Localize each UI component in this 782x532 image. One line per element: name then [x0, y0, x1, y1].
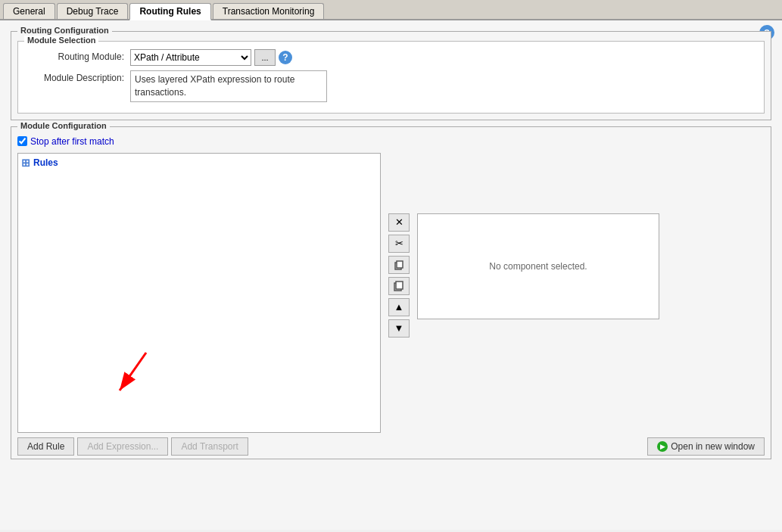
rules-tree-header: ⊞ Rules — [21, 157, 377, 169]
routing-module-row: Routing Module: XPath / Attribute ... ? — [24, 49, 758, 66]
copy-icon — [394, 260, 404, 270]
module-config-title: Module Configuration — [17, 121, 110, 130]
open-window-icon: ▶ — [657, 441, 668, 452]
move-up-button[interactable]: ▲ — [388, 298, 410, 316]
stop-after-first-match-row: Stop after first match — [17, 136, 765, 147]
rules-tree-box[interactable]: ⊞ Rules — [17, 153, 381, 433]
module-help-icon[interactable]: ? — [279, 51, 292, 64]
module-description-label: Module Description: — [24, 70, 130, 83]
module-config-section: Module Configuration Stop after first ma… — [11, 126, 771, 459]
routing-config-section: Routing Configuration Module Selection R… — [11, 31, 771, 120]
main-content: ? Routing Configuration Module Selection… — [0, 20, 782, 530]
copy-button[interactable] — [388, 256, 410, 274]
rules-label: Rules — [33, 157, 58, 168]
tab-bar: General Debug Trace Routing Rules Transa… — [0, 0, 782, 20]
module-selection-title: Module Selection — [24, 36, 98, 45]
stop-after-first-match-checkbox[interactable] — [17, 136, 27, 146]
module-selection-section: Module Selection Routing Module: XPath /… — [17, 41, 765, 114]
routing-module-controls: XPath / Attribute ... ? — [130, 49, 292, 66]
delete-button[interactable]: ✕ — [388, 213, 410, 232]
browse-button[interactable]: ... — [254, 49, 276, 66]
add-transport-button[interactable]: Add Transport — [171, 437, 248, 456]
no-component-text: No component selected. — [489, 261, 587, 272]
paste-icon — [394, 281, 404, 291]
rules-area: ⊞ Rules ✕ ✂ — [17, 153, 765, 433]
routing-module-select[interactable]: XPath / Attribute — [130, 49, 251, 66]
module-description-row: Module Description: Uses layered XPath e… — [24, 70, 758, 102]
add-expression-button[interactable]: Add Expression... — [77, 437, 168, 456]
move-down-button[interactable]: ▼ — [388, 319, 410, 338]
routing-config-title: Routing Configuration — [17, 26, 112, 35]
open-in-new-window-button[interactable]: ▶ Open in new window — [647, 437, 765, 456]
tab-routing-rules[interactable]: Routing Rules — [129, 3, 210, 20]
tab-debug-trace[interactable]: Debug Trace — [57, 3, 129, 19]
add-rule-button[interactable]: Add Rule — [17, 437, 74, 456]
bottom-bar: Add Rule Add Expression... Add Transport… — [17, 437, 765, 456]
tab-general[interactable]: General — [3, 3, 55, 19]
routing-module-label: Routing Module: — [24, 49, 130, 62]
paste-button[interactable] — [388, 277, 410, 295]
rules-icon: ⊞ — [21, 157, 30, 169]
cut-button[interactable]: ✂ — [388, 235, 410, 253]
stop-after-first-match-label[interactable]: Stop after first match — [30, 136, 114, 147]
module-description-value: Uses layered XPath expression to route t… — [130, 70, 327, 102]
properties-panel: No component selected. — [417, 213, 659, 319]
open-window-label: Open in new window — [671, 441, 755, 452]
svg-rect-1 — [397, 261, 403, 268]
svg-rect-3 — [396, 282, 403, 289]
toolbar-buttons: ✕ ✂ ▲ ▼ — [381, 213, 417, 338]
tab-transaction-monitoring[interactable]: Transaction Monitoring — [213, 3, 325, 19]
